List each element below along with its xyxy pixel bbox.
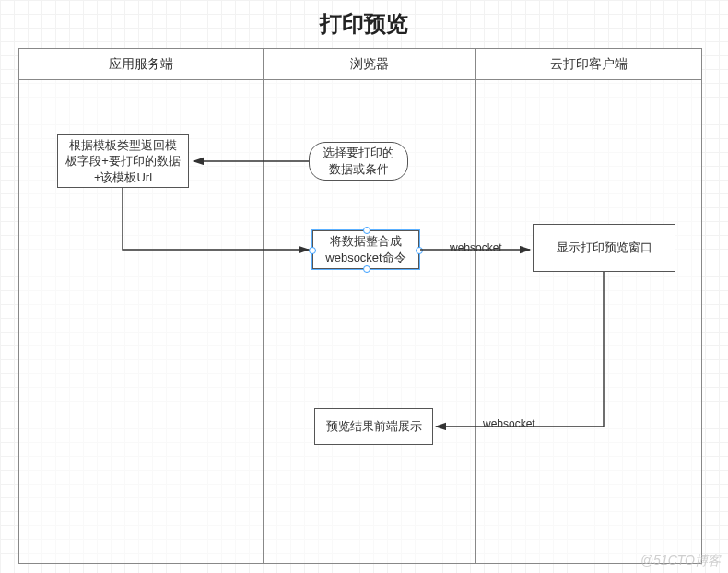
- selection-handle-bottom[interactable]: [363, 265, 370, 273]
- edge-label-ws1: websocket: [448, 240, 504, 255]
- swimlane-container: 应用服务端 浏览器 云打印客户端: [18, 48, 702, 564]
- selection-handle-top[interactable]: [363, 227, 370, 234]
- node-prepare-template[interactable]: 根据模板类型返回模 板字段+要打印的数据 +该模板Url: [57, 134, 189, 188]
- node-show-preview[interactable]: 显示打印预览窗口: [533, 224, 675, 272]
- node-compose-label: 将数据整合成 websocket命令: [325, 233, 405, 265]
- node-show-preview-label: 显示打印预览窗口: [557, 240, 652, 256]
- lane-server-header: 应用服务端: [19, 49, 263, 80]
- node-preview-result[interactable]: 预览结果前端展示: [314, 408, 433, 445]
- lane-client: 云打印客户端: [475, 48, 702, 564]
- lane-browser: 浏览器: [263, 48, 476, 564]
- watermark: @51CTO博客: [640, 553, 721, 569]
- lane-browser-header: 浏览器: [264, 49, 475, 80]
- selection-handle-left[interactable]: [309, 247, 316, 254]
- node-select-data[interactable]: 选择要打印的 数据或条件: [309, 142, 408, 181]
- lane-client-header: 云打印客户端: [476, 49, 701, 80]
- node-preview-result-label: 预览结果前端展示: [326, 418, 422, 435]
- node-select-label: 选择要打印的 数据或条件: [323, 145, 394, 177]
- diagram-title: 打印预览: [0, 9, 728, 39]
- selection-handle-right[interactable]: [416, 247, 423, 254]
- lane-server: 应用服务端: [18, 48, 264, 564]
- node-compose-ws[interactable]: 将数据整合成 websocket命令: [312, 230, 419, 269]
- node-prepare-label: 根据模板类型返回模 板字段+要打印的数据 +该模板Url: [65, 137, 181, 186]
- edge-label-ws2: websocket: [481, 416, 537, 431]
